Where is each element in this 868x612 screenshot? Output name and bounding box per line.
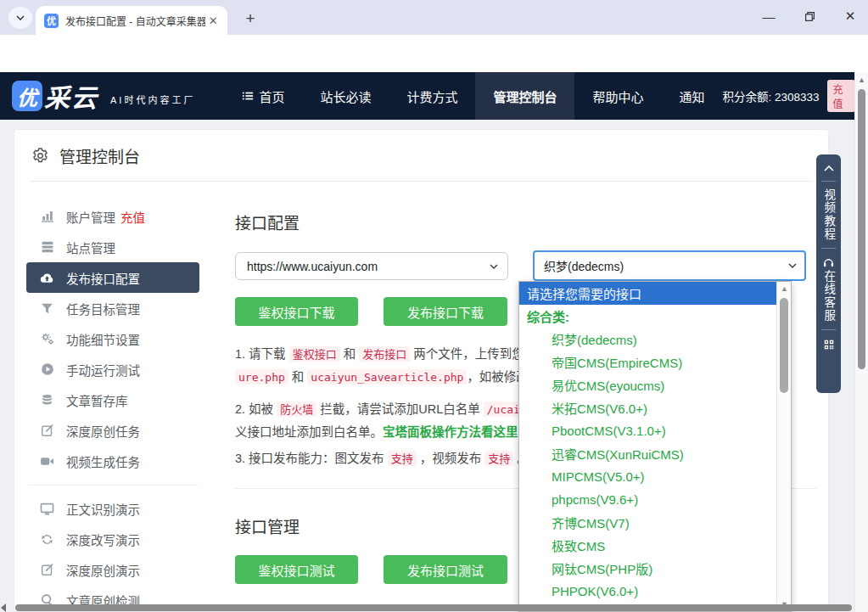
dropdown-option[interactable]: 网钛CMS(PHP版)	[519, 557, 776, 580]
cms-dropdown-list: 请选择您需要的接口综合类:织梦(dedecms)帝国CMS(EmpireCMS)…	[518, 281, 792, 612]
site-select[interactable]: https://www.ucaiyun.com	[235, 252, 508, 280]
dropdown-option[interactable]: 帝国CMS(EmpireCMS)	[519, 351, 776, 373]
code-chip: ure.php	[235, 369, 288, 385]
scroll-up-icon[interactable]: ▲	[855, 76, 868, 84]
text-segment: 和	[288, 370, 308, 384]
dropdown-option[interactable]: 请选择您需要的接口	[519, 282, 776, 305]
credits-balance: 积分余额: 2308333	[723, 87, 820, 104]
restore-button[interactable]	[797, 3, 822, 29]
new-tab-button[interactable]: +	[239, 8, 261, 30]
nav-item-4[interactable]: 管理控制台	[475, 72, 574, 120]
code-chip: 鉴权接口	[289, 346, 340, 362]
dropdown-option[interactable]: 米拓CMS(V6.0+)	[519, 396, 776, 419]
sidebar-item-label: 深度原创任务	[66, 422, 140, 440]
page-title: 管理控制台	[59, 144, 140, 167]
test-publish-button[interactable]: 发布接口测试	[384, 555, 507, 584]
qr-code-icon[interactable]	[823, 339, 835, 351]
dropdown-scrollbar[interactable]: ▲ ▼	[776, 282, 791, 611]
dropdown-option[interactable]: 极致CMS	[519, 534, 776, 557]
close-button[interactable]: ✕	[837, 3, 863, 29]
dropdown-option[interactable]: 易优CMS(eyoucms)	[519, 373, 776, 396]
vertical-scrollbar[interactable]: ▲	[854, 72, 868, 612]
nav-item-5[interactable]: 帮助中心	[574, 72, 661, 120]
browser-tab-strip: 优 发布接口配置 - 自动文章采集器 ✕ + — ✕	[0, 0, 868, 35]
dropdown-option[interactable]: phpcms(V9.6+)	[519, 488, 776, 511]
recharge-badge[interactable]: 充值	[120, 208, 145, 226]
video-tutorial-link[interactable]: 视频教程	[823, 188, 835, 241]
card-header: 管理控制台	[14, 130, 828, 181]
horizontal-scrollbar[interactable]	[0, 604, 854, 612]
tab-search-button[interactable]	[8, 7, 32, 29]
headset-icon[interactable]	[822, 257, 835, 268]
page-content: 管理控制台 账户管理充值站点管理发布接口配置任务目标管理功能细节设置手动运行测试…	[0, 120, 854, 612]
filter-icon	[40, 301, 54, 316]
sidebar-item[interactable]: 站点管理	[26, 232, 199, 262]
edit-icon	[40, 563, 54, 577]
sidebar-item[interactable]: 视频生成任务	[26, 446, 199, 476]
play-icon	[40, 362, 54, 377]
dropdown-option[interactable]: 齐博CMS(V7)	[519, 511, 776, 534]
download-publish-button[interactable]: 发布接口下载	[384, 297, 507, 326]
sidebar-item[interactable]: 发布接口配置	[26, 262, 199, 293]
sidebar-item-label: 深度原创演示	[66, 561, 140, 579]
nav-item-label: 通知	[679, 87, 704, 105]
code-chip: ucaiyun_Savearticle.php	[307, 369, 467, 385]
nav-item-label: 计费方式	[406, 87, 457, 105]
dropdown-scroll-thumb[interactable]	[780, 298, 788, 393]
dropdown-option[interactable]: PHPOK(V6.0+)	[519, 580, 776, 603]
dropdown-option[interactable]: PbootCMS(V3.1.0+)	[519, 419, 776, 442]
sidebar-item-label: 深度改写演示	[66, 531, 140, 548]
dropdown-option[interactable]: 织梦(dedecms)	[519, 328, 776, 351]
vertical-scroll-thumb[interactable]	[858, 89, 865, 369]
sidebar-item[interactable]: 文章暂存库	[26, 385, 199, 415]
sidebar-item[interactable]: 账户管理充值	[26, 201, 199, 232]
sidebar-item-label: 文章暂存库	[66, 391, 128, 409]
chevron-down-icon	[15, 13, 25, 23]
text-segment: 2. 如被	[235, 402, 277, 416]
sidebar-item[interactable]: 正文识别演示	[26, 493, 199, 524]
scroll-up-icon[interactable]: ▲	[777, 284, 792, 293]
text-segment: 和	[340, 347, 360, 361]
sidebar-item[interactable]: 手动运行测试	[26, 354, 199, 385]
online-service-link[interactable]: 在线客服	[823, 270, 835, 323]
horizontal-scroll-thumb[interactable]	[15, 604, 852, 611]
baota-guide-link[interactable]: 宝塔面板操作方法看这里	[383, 425, 518, 439]
sidebar-item[interactable]: 深度改写演示	[26, 524, 199, 554]
sidebar-item-label: 账户管理	[66, 208, 115, 226]
divider	[821, 248, 836, 249]
nav-item-3[interactable]: 计费方式	[389, 72, 475, 120]
sidebar-item-label: 站点管理	[66, 239, 115, 256]
minimize-button[interactable]: —	[756, 3, 781, 29]
dropdown-option[interactable]: 迅睿CMS(XunRuiCMS)	[519, 442, 776, 465]
text-segment: 拦截，请尝试添加URL白名单	[316, 402, 484, 416]
database-icon	[40, 393, 54, 407]
sidebar-item[interactable]: 任务目标管理	[26, 293, 199, 323]
tab-title: 发布接口配置 - 自动文章采集器	[65, 14, 205, 28]
dropdown-option[interactable]: 综合类:	[519, 305, 776, 328]
dropdown-option[interactable]: MIPCMS(V5.0+)	[519, 465, 776, 488]
sidebar-item[interactable]: 功能细节设置	[26, 323, 199, 354]
scroll-left-icon[interactable]	[1, 604, 6, 612]
edit-icon	[40, 424, 54, 438]
cms-select[interactable]: 织梦(dedecms)	[533, 250, 806, 281]
cms-select-value: 织梦(dedecms)	[544, 257, 624, 274]
divider	[821, 181, 836, 182]
recharge-button[interactable]: 充值	[827, 80, 855, 112]
back-to-top-button[interactable]	[823, 164, 835, 172]
sidebar-item[interactable]: 深度原创演示	[26, 554, 199, 585]
site-logo[interactable]: 优 采云 AI时代内容工厂	[12, 77, 195, 115]
logo-tagline: AI时代内容工厂	[110, 93, 195, 106]
sidebar-item[interactable]: 深度原创任务	[26, 415, 199, 446]
browser-tab[interactable]: 优 发布接口配置 - 自动文章采集器 ✕	[36, 6, 227, 35]
chevron-down-icon	[489, 261, 499, 272]
bar-chart-icon	[40, 210, 54, 224]
logo-name: 采云	[44, 77, 98, 115]
site-select-value: https://www.ucaiyun.com	[247, 260, 378, 273]
nav-item-2[interactable]: 站长必读	[302, 72, 389, 120]
tab-close-icon[interactable]: ✕	[205, 13, 221, 28]
test-auth-button[interactable]: 鉴权接口测试	[235, 555, 358, 584]
nav-item-6[interactable]: 通知	[661, 72, 722, 120]
nav-item-1[interactable]: 首页	[224, 72, 302, 120]
download-auth-button[interactable]: 鉴权接口下载	[235, 297, 358, 326]
section-manage-title: 接口管理	[235, 514, 300, 537]
